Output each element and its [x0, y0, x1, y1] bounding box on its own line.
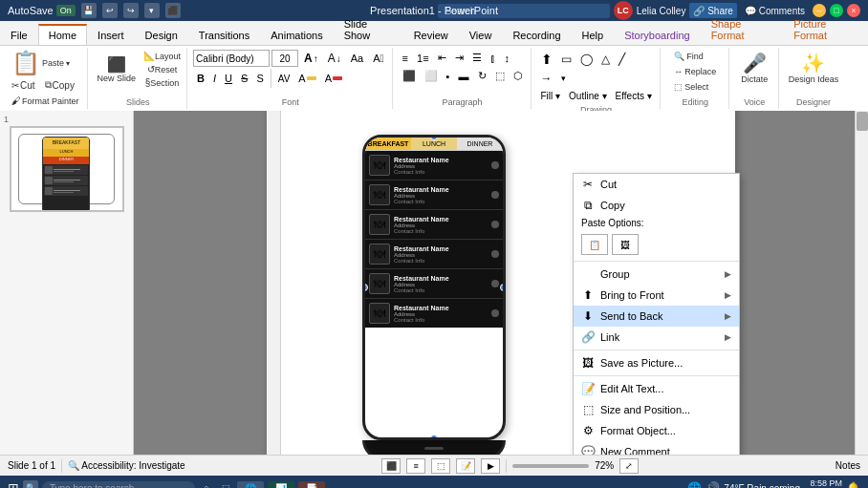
font-case-button[interactable]: Aa — [347, 51, 367, 66]
ctx-bring-front[interactable]: ⬆ Bring to Front ▶ — [574, 285, 739, 306]
taskbar-search-icon[interactable]: 🔍 — [23, 480, 38, 488]
tab-view[interactable]: View — [459, 25, 503, 45]
tab-design[interactable]: Design — [135, 25, 188, 45]
tab-file[interactable]: File — [0, 25, 38, 45]
shape-rectangle[interactable]: ▭ — [557, 50, 575, 69]
ctx-size-position[interactable]: ⬚ Size and Position... — [574, 399, 739, 420]
tab-insert[interactable]: Insert — [87, 25, 135, 45]
taskbar-taskview[interactable]: ⬚ — [218, 480, 233, 488]
ctx-alt-text[interactable]: 📝 Edit Alt Text... — [574, 378, 739, 399]
font-shrink-button[interactable]: A↓ — [324, 50, 345, 67]
shape-arrow[interactable]: → — [537, 70, 556, 87]
text-direction-button[interactable]: ↻ — [474, 68, 490, 84]
reset-button[interactable]: ↺ Reset — [141, 63, 183, 75]
tab-storyboarding[interactable]: Storyboarding — [614, 25, 701, 45]
smartart2-button[interactable]: ⬡ — [510, 68, 527, 84]
tab-home[interactable]: Home — [38, 24, 87, 45]
shape-fill-button[interactable]: Fill ▾ — [537, 89, 565, 103]
ctx-cut[interactable]: ✂ Cut — [574, 174, 739, 195]
tab-slideshow[interactable]: Slide Show — [334, 13, 403, 45]
tab-review[interactable]: Review — [403, 25, 459, 45]
taskbar-cortana[interactable]: ○ — [199, 480, 214, 488]
shape-effects-button[interactable]: Effects ▾ — [612, 89, 656, 103]
save-icon[interactable]: 💾 — [81, 3, 97, 18]
taskbar-excel[interactable]: 📊 — [268, 481, 294, 489]
underline-button[interactable]: U — [221, 71, 236, 86]
justify-button[interactable]: ▬ — [455, 68, 473, 84]
align-left-button[interactable]: ⬛ — [399, 68, 420, 84]
paste-option-default[interactable]: 📋 — [581, 234, 608, 255]
ctx-format-object[interactable]: ⚙ Format Object... — [574, 420, 739, 441]
tab-transitions[interactable]: Transitions — [188, 25, 260, 45]
dictate-button[interactable]: 🎤 Dictate — [737, 50, 771, 86]
outline-view-button[interactable]: ≡ — [406, 458, 425, 474]
ctx-group[interactable]: Group ▶ — [574, 264, 739, 285]
ctx-new-comment[interactable]: 💬 New Comment — [574, 441, 739, 455]
font-color-button[interactable]: A — [294, 71, 319, 86]
normal-view-button[interactable]: ⬛ — [381, 458, 401, 474]
ctx-copy[interactable]: ⧉ Copy — [574, 195, 739, 216]
notes-button[interactable]: Notes — [835, 460, 860, 471]
decrease-indent-button[interactable]: ⇤ — [434, 50, 450, 66]
cut-button[interactable]: ✂ Cut — [8, 77, 39, 93]
bold-button[interactable]: B — [193, 71, 208, 86]
tray-network[interactable]: 🌐 — [687, 481, 702, 488]
shape-circle[interactable]: ◯ — [576, 50, 597, 69]
canvas-area[interactable]: BREAKFAST LUNCH DINNER 🍽 Restaurant Name… — [134, 111, 868, 455]
shape-more[interactable]: ▾ — [557, 70, 570, 87]
bullets-button[interactable]: ≡ — [399, 50, 412, 66]
reading-view-button[interactable]: ▶ — [481, 458, 500, 474]
ctx-save-picture[interactable]: 🖼 Save as Picture... — [574, 352, 739, 373]
font-size-input[interactable] — [271, 50, 298, 67]
user-avatar[interactable]: LC — [614, 1, 633, 20]
copy-button[interactable]: ⧉ Copy — [41, 77, 78, 93]
align-right-button[interactable]: ▪ — [443, 68, 454, 84]
find-button[interactable]: 🔍 Find — [670, 50, 707, 63]
shape-line[interactable]: ╱ — [615, 50, 629, 69]
ctx-link[interactable]: 🔗 Link ▶ — [574, 327, 739, 348]
font-clear-button[interactable]: A⃝ — [369, 51, 387, 66]
line-spacing-button[interactable]: ↕ — [501, 50, 514, 66]
tab-help[interactable]: Help — [572, 25, 615, 45]
action-center[interactable]: 🔔 — [846, 481, 860, 488]
font-highlight-button[interactable]: A — [321, 71, 346, 86]
replace-button[interactable]: ↔ Replace — [670, 65, 720, 78]
taskbar-powerpoint[interactable]: 📑 — [298, 481, 325, 489]
fit-slide-button[interactable]: ⤢ — [619, 458, 639, 474]
select-pointer[interactable]: ⬆ — [537, 50, 556, 69]
layout-button[interactable]: 📐 Layout — [141, 50, 183, 62]
autosave-badge[interactable]: On — [56, 5, 76, 16]
tab-recording[interactable]: Recording — [502, 25, 571, 45]
format-painter-button[interactable]: 🖌 Format Painter — [8, 94, 83, 108]
undo-icon[interactable]: ↩ — [102, 3, 118, 18]
tray-speaker[interactable]: 🔊 — [705, 481, 720, 488]
slide-thumbnail[interactable]: BREAKFAST LUNCH DINNER — [10, 126, 124, 212]
paste-button[interactable]: 📋 Paste ▾ — [8, 50, 74, 76]
paste-option-image[interactable]: 🖼 — [612, 234, 639, 255]
notes-view-button[interactable]: 📝 — [456, 458, 475, 474]
paste-arrow[interactable]: ▾ — [66, 59, 70, 68]
tab-shape-format[interactable]: Shape Format — [701, 13, 784, 45]
shape-triangle[interactable]: △ — [597, 50, 614, 69]
slide-view-icon[interactable]: ⬛ — [165, 3, 181, 18]
strikethrough-button[interactable]: S — [237, 71, 251, 86]
align-text-button[interactable]: ⬚ — [491, 68, 509, 84]
shape-outline-button[interactable]: Outline ▾ — [565, 89, 610, 103]
vertical-scrollbar[interactable] — [855, 111, 868, 455]
new-slide-button[interactable]: ⬛ New Slide — [94, 53, 141, 85]
columns-button[interactable]: ⫿ — [487, 50, 500, 66]
select-button[interactable]: ⬚ Select — [670, 80, 712, 94]
font-name-input[interactable] — [193, 50, 270, 67]
taskbar-chrome[interactable]: 🌐 — [237, 481, 264, 489]
smart-art-button[interactable]: ☰ — [468, 50, 486, 66]
ctx-send-back[interactable]: ⬇ Send to Back ▶ — [574, 306, 739, 327]
numbering-button[interactable]: 1≡ — [413, 50, 433, 66]
quick-access-icon[interactable]: ▾ — [144, 3, 160, 18]
font-grow-button[interactable]: A↑ — [300, 50, 322, 67]
italic-button[interactable]: I — [209, 71, 220, 86]
zoom-slider[interactable] — [512, 464, 589, 468]
shadow-button[interactable]: S — [252, 71, 267, 86]
redo-icon[interactable]: ↪ — [123, 3, 139, 18]
windows-logo[interactable]: ⊞ — [8, 480, 19, 488]
taskbar-search-input[interactable] — [42, 481, 195, 489]
